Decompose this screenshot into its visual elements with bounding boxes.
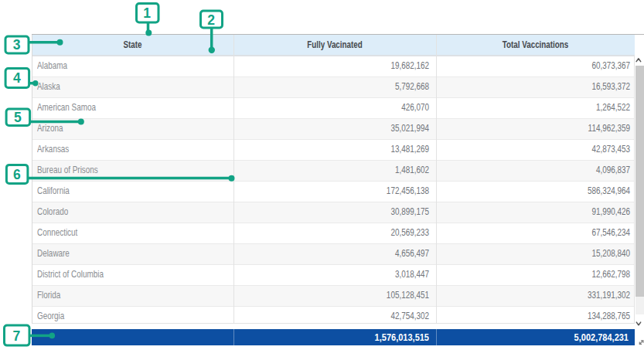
svg-text:4: 4: [13, 70, 21, 86]
svg-text:3: 3: [13, 37, 21, 53]
svg-text:6: 6: [13, 167, 21, 182]
svg-text:2: 2: [207, 12, 215, 28]
svg-text:5: 5: [14, 110, 22, 125]
svg-text:7: 7: [12, 328, 20, 344]
svg-text:1: 1: [143, 5, 151, 21]
